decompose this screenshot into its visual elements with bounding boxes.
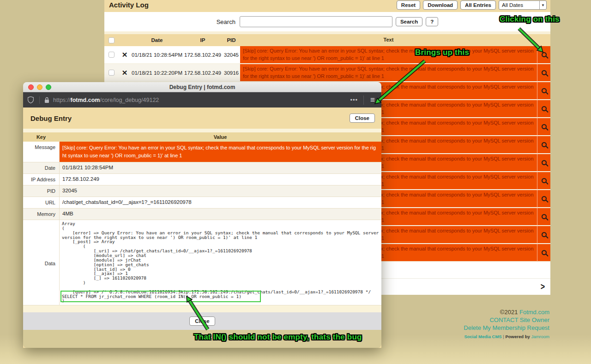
more-options-icon[interactable]: •••: [344, 96, 363, 103]
footer-jamroom-link[interactable]: Jamroom: [531, 334, 549, 339]
toolbar: Reset Download All Entries All Dates ▼: [397, 0, 547, 10]
row-text: [Skip] core: Query Error: You have an er…: [240, 46, 537, 64]
row-checkbox[interactable]: [109, 70, 115, 76]
date-column-header: Date: [131, 37, 183, 43]
log-table-header: Date IP PID Text: [104, 34, 550, 46]
copyright-text: ©2021: [500, 309, 519, 316]
popup-footer-bar: Close: [23, 312, 381, 330]
kv-row-pid: PID 32045: [23, 185, 381, 197]
kv-key: Memory: [23, 209, 59, 220]
magnifier-icon: [542, 88, 547, 93]
help-button[interactable]: ?: [426, 17, 438, 26]
row-date: 01/18/21 10:28:54PM: [131, 46, 183, 64]
search-label: Search: [217, 18, 235, 25]
footer-powered-by: Powered by: [505, 334, 531, 339]
value-column-header: Value: [59, 132, 381, 142]
kv-row-date: Date 01/18/21 10:28:54PM: [23, 162, 381, 174]
footer-separator: |: [503, 334, 504, 339]
next-page-button[interactable]: >: [541, 281, 545, 292]
annotation-clicking: Clicking on this: [500, 15, 560, 24]
delete-row-icon[interactable]: ✕: [122, 51, 128, 58]
view-entry-button[interactable]: [537, 244, 550, 262]
close-button-top[interactable]: Close: [350, 113, 375, 123]
footer-contact-link[interactable]: CONTACT Site Owner: [489, 316, 549, 323]
row-date: 01/18/21 10:22:20PM: [131, 64, 183, 82]
view-entry-button[interactable]: [537, 46, 550, 64]
search-bar: Search Search ?: [104, 12, 550, 31]
kv-key: URL: [23, 197, 59, 208]
page-title: Activity Log: [109, 0, 149, 9]
view-entry-button[interactable]: [537, 100, 550, 118]
window-title: Debug Entry | fotmd.com: [23, 84, 381, 90]
delete-row-icon[interactable]: ✕: [122, 69, 128, 76]
pid-column-header: PID: [223, 37, 240, 43]
kv-row-url: URL /chat/get_chats/last_id=0/__ajax=1?_…: [23, 197, 381, 209]
table-row: ✕ 01/18/21 10:22:20PM 172.58.102.249 309…: [104, 64, 550, 82]
key-column-header: Key: [23, 132, 59, 142]
magnifier-icon: [542, 160, 547, 165]
row-pid: 32045: [223, 46, 240, 64]
magnifier-icon: [542, 250, 547, 255]
row-text: [Skip] core: Query Error: You have an er…: [240, 64, 537, 82]
magnifier-icon: [542, 124, 547, 129]
kv-row-data: Data Array ( [error] => Query Error: You…: [23, 220, 381, 305]
all-entries-button[interactable]: All Entries: [460, 0, 496, 10]
view-entry-button[interactable]: [537, 82, 550, 100]
select-all-checkbox[interactable]: [109, 37, 115, 43]
lock-icon: [44, 97, 49, 103]
search-input[interactable]: [240, 16, 392, 27]
urlbar-divider: [39, 96, 40, 104]
menu-icon[interactable]: ≡: [363, 95, 377, 105]
view-entry-button[interactable]: [537, 226, 550, 244]
kv-row-ip: IP Address 172.58.102.249: [23, 174, 381, 185]
footer-cms-link[interactable]: Social Media CMS: [464, 334, 501, 339]
debug-entry-window: Debug Entry | fotmd.com https://fotmd.co…: [23, 82, 381, 348]
magnifier-icon: [542, 214, 547, 219]
debug-data-dump: Array ( [error] => Query Error: You have…: [62, 221, 381, 303]
view-entry-button[interactable]: [537, 208, 550, 226]
footer-delete-membership-link[interactable]: Delete My Membership Request: [464, 324, 549, 331]
magnifier-icon: [542, 142, 547, 147]
text-column-header: Text: [240, 35, 537, 45]
debug-entry-content: Debug Entry Close Key Value Message [Ski…: [23, 107, 381, 348]
download-button[interactable]: Download: [423, 0, 458, 10]
footer-site-link[interactable]: Fotmd.com: [519, 309, 549, 316]
view-entry-button[interactable]: [537, 118, 550, 136]
annotation-brings: Brings up this: [415, 48, 469, 57]
row-ip: 172.58.102.249: [183, 46, 223, 64]
view-entry-button[interactable]: [537, 172, 550, 190]
date-filter-select[interactable]: All Dates ▼: [499, 0, 547, 10]
window-titlebar[interactable]: Debug Entry | fotmd.com: [23, 82, 381, 92]
annotation-bug: That IN() should not be empty, thats the…: [194, 333, 362, 342]
search-button[interactable]: Search: [396, 17, 422, 26]
page-footer: ©2021 Fotmd.com CONTACT Site Owner Delet…: [464, 308, 549, 339]
kv-key: Data: [23, 220, 59, 305]
magnifier-icon: [542, 178, 547, 183]
view-entry-button[interactable]: [537, 136, 550, 154]
kv-row-message: Message [Skip] core: Query Error: You ha…: [23, 142, 381, 162]
view-entry-button[interactable]: [537, 64, 550, 82]
shield-icon[interactable]: [28, 96, 34, 103]
divider-strip: [23, 305, 381, 312]
row-checkbox[interactable]: [109, 52, 115, 58]
debug-entry-heading: Debug Entry: [30, 114, 72, 122]
row-ip: 172.58.102.249: [183, 64, 223, 82]
date-filter-value: All Dates: [502, 2, 523, 8]
view-entry-button[interactable]: [537, 190, 550, 208]
page-header: Activity Log Reset Download All Entries …: [104, 0, 550, 12]
magnifier-icon: [542, 70, 547, 75]
kv-value-ip: 172.58.102.249: [59, 174, 381, 185]
browser-url-bar[interactable]: https://fotmd.com/core/log_debug/49122 •…: [23, 92, 381, 107]
reset-button[interactable]: Reset: [397, 0, 420, 10]
view-entry-button[interactable]: [537, 154, 550, 172]
kv-value-date: 01/18/21 10:28:54PM: [59, 162, 381, 173]
magnifier-icon: [542, 52, 547, 57]
table-row: ✕ 01/18/21 10:28:54PM 172.58.102.249 320…: [104, 46, 550, 64]
close-button-bottom[interactable]: Close: [189, 316, 215, 326]
kv-value-pid: 32045: [59, 185, 381, 197]
kv-table-header: Key Value: [23, 132, 381, 142]
chevron-down-icon: ▼: [539, 1, 546, 9]
kv-value-memory: 4MB: [59, 209, 381, 220]
ip-column-header: IP: [183, 37, 223, 43]
divider-strip: [23, 129, 381, 132]
